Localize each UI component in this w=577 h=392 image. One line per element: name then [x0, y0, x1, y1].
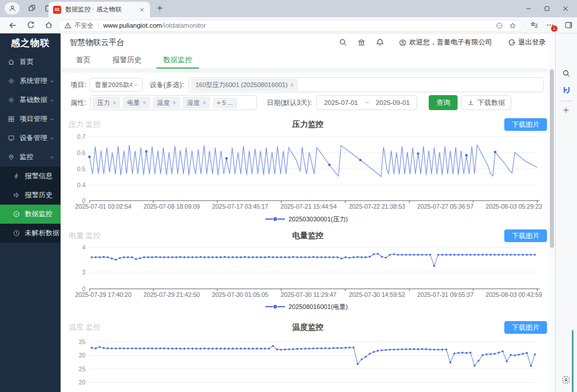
sidebar-subitem-data-monitor[interactable]: 数据监控: [0, 205, 61, 224]
sidebar-item-label: 监控: [20, 152, 33, 162]
tab-alarm-history[interactable]: 报警历史: [106, 51, 148, 69]
sidebar-item-home[interactable]: 首页: [0, 52, 61, 71]
chart-section-label: 电量 监控: [69, 231, 293, 241]
svg-text:2025-07-17 03:45:17: 2025-07-17 03:45:17: [212, 203, 268, 210]
sidebar-item-project-manage[interactable]: 项目管理: [0, 110, 61, 129]
sidebar-item-label: 项目管理: [20, 114, 47, 124]
workspaces-icon[interactable]: [28, 4, 36, 13]
tag-close-icon[interactable]: ×: [173, 100, 176, 106]
download-image-button[interactable]: 下载图片: [504, 229, 547, 242]
sidebar-subitem-alarm-history[interactable]: 报警历史: [0, 186, 61, 205]
chart-section-temperature: 温度 监控温度监控下载图片35302520: [61, 321, 555, 392]
browser-more-icon[interactable]: [546, 21, 554, 29]
chart-header-pressure: 压力 监控压力监控下载图片: [61, 118, 555, 131]
clock-icon: [13, 229, 20, 237]
edge-sidebar-app-icon[interactable]: [562, 85, 571, 95]
url-domain: www.puliangiot.com: [103, 22, 162, 29]
svg-text:2025-07-08 18:09:09: 2025-07-08 18:09:09: [144, 203, 200, 210]
sidebar-submenu: 报警信息报警历史数据监控未解析数据: [0, 167, 61, 243]
download-image-button[interactable]: 下载图片: [504, 118, 547, 131]
logout-button[interactable]: 退出登录: [508, 37, 546, 47]
new-tab-icon[interactable]: [156, 4, 164, 12]
sidebar-item-basic-data[interactable]: 基础数据: [0, 91, 61, 110]
date-start-value: 2025-07-01: [324, 99, 358, 106]
bookmark-star-icon[interactable]: [509, 22, 516, 29]
chart-canvas-battery[interactable]: 4302025-07-29 17:40:202025-07-29 21:42:5…: [69, 243, 545, 312]
device-tag: 160型压力6001 (202508016001)×: [192, 79, 298, 91]
svg-text:2025-07-31 09:55:37: 2025-07-31 09:55:37: [417, 291, 474, 298]
main-content: 智慧物联云平台 欢迎您，普量电子有限公司 退出登录 首页报警历史数据监控 项目:: [61, 33, 555, 392]
welcome-user[interactable]: 欢迎您，普量电子有限公司: [399, 37, 492, 47]
tab-home[interactable]: 首页: [69, 51, 98, 69]
chevron-up-icon: [49, 154, 55, 160]
query-button[interactable]: 查询: [429, 95, 458, 110]
window-close-button[interactable]: [556, 0, 575, 17]
tab-data-monitor[interactable]: 数据监控: [156, 51, 199, 69]
attribute-tag: 电量×: [123, 97, 150, 108]
chart-canvas-temperature[interactable]: 35302520: [69, 334, 545, 392]
sidebar-subitem-alarm-info[interactable]: 报警信息: [0, 167, 61, 186]
back-icon[interactable]: [8, 21, 17, 30]
notifications-bell-icon[interactable]: [376, 38, 384, 47]
scrollbar-thumb[interactable]: [550, 69, 554, 248]
url-actions-icon[interactable]: [496, 22, 503, 29]
refresh-icon[interactable]: [27, 21, 35, 29]
home-icon: [8, 58, 15, 66]
address-bar[interactable]: 不安全 www.puliangiot.com /iotdatamonitor: [58, 20, 523, 32]
window-minimize-button[interactable]: [519, 0, 538, 17]
svg-text:2025-07-29 21:42:50: 2025-07-29 21:42:50: [144, 291, 200, 298]
browser-tab[interactable]: 0Z 数据监控 · 感之物联: [48, 2, 150, 17]
sidebar-search-icon[interactable]: [562, 69, 571, 78]
tag-close-icon[interactable]: ×: [113, 100, 116, 106]
svg-text:2025-08-03 05:29:23: 2025-08-03 05:29:23: [486, 203, 542, 210]
browser-home-icon[interactable]: [44, 21, 53, 29]
svg-text:202503030001(压力): 202503030001(压力): [288, 216, 348, 223]
maximize-icon: [543, 5, 551, 13]
device-multiselect[interactable]: 160型压力6001 (202508016001)×: [189, 77, 544, 92]
svg-text:2025-07-27 05:36:57: 2025-07-27 05:36:57: [417, 203, 474, 210]
attribute-more-tag[interactable]: + 5 ...: [213, 98, 237, 108]
window-maximize-button[interactable]: [538, 0, 556, 17]
sidebar-item-device-manage[interactable]: 设备管理: [0, 129, 61, 148]
date-separator: ~: [365, 99, 369, 106]
date-end-value: 2025-09-01: [376, 99, 410, 106]
search-icon[interactable]: [339, 38, 347, 47]
page-scrollbar[interactable]: [548, 33, 555, 392]
attribute-more-label: + 5 ...: [217, 99, 233, 106]
sidebar-divider: [561, 101, 572, 101]
chart-header-right: 下载图片: [324, 229, 548, 242]
chart-title: 电量监控: [293, 231, 324, 241]
download-data-button[interactable]: 下载数据: [461, 95, 511, 110]
chart-legend[interactable]: 202508016001(电量): [265, 303, 348, 310]
attribute-tag: 湿度×: [183, 97, 210, 108]
project-select[interactable]: 普量2025款4...: [89, 78, 143, 92]
attribute-multiselect[interactable]: 压力×电量×温度×湿度×+ 5 ...: [90, 95, 257, 110]
date-range-input[interactable]: 2025-07-01 ~ 2025-09-01: [316, 95, 417, 110]
sidebar-item-monitor[interactable]: 监控: [0, 148, 61, 167]
sidebar-add-icon[interactable]: [562, 106, 570, 114]
app-header: 智慧物联云平台 欢迎您，普量电子有限公司 退出登录: [61, 33, 555, 51]
chart-legend[interactable]: 202503030001(压力): [265, 216, 348, 223]
organization-icon[interactable]: [357, 38, 366, 47]
gear-icon: [8, 96, 15, 104]
browser-profile-button[interactable]: [5, 2, 20, 14]
tag-close-icon[interactable]: ×: [203, 100, 206, 106]
tab-close-icon[interactable]: [138, 6, 145, 13]
not-secure-warning-icon[interactable]: [64, 22, 72, 29]
screen-capture-icon[interactable]: [555, 375, 577, 385]
browser-tab-strip: 0Z 数据监控 · 感之物联: [0, 0, 577, 17]
chart-canvas-pressure[interactable]: 0.70.60.50.402025-07-01 03:02:542025-07-…: [69, 131, 545, 224]
gear-icon: [8, 77, 15, 85]
sidebar-toggle-icon[interactable]: [564, 21, 573, 29]
tag-close-icon[interactable]: ×: [143, 100, 146, 106]
tag-close-icon[interactable]: ×: [290, 82, 294, 88]
download-image-button[interactable]: 下载图片: [504, 321, 547, 334]
favorites-collections-icon[interactable]: [530, 21, 538, 29]
app-logo: 感之物联: [0, 33, 61, 52]
close-icon: [561, 5, 569, 13]
svg-text:30: 30: [78, 352, 85, 359]
sidebar-subitem-unparsed-data[interactable]: 未解析数据: [0, 224, 61, 243]
chart-section-battery: 电量 监控电量监控下载图片4302025-07-29 17:40:202025-…: [61, 229, 555, 312]
svg-text:2025-08-03 00:42:59: 2025-08-03 00:42:59: [486, 291, 542, 298]
sidebar-item-system-manage[interactable]: 系统管理: [0, 71, 61, 91]
